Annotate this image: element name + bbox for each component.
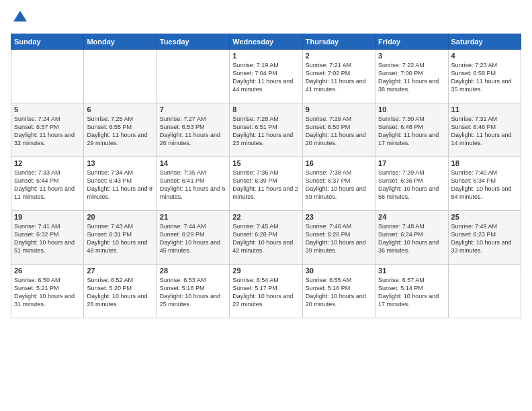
calendar-cell: 24Sunrise: 7:48 AM Sunset: 6:24 PM Dayli… (375, 211, 448, 265)
day-number: 28 (160, 267, 226, 275)
day-info: Sunrise: 7:43 AM Sunset: 6:31 PM Dayligh… (87, 222, 153, 255)
day-number: 16 (306, 159, 372, 167)
day-number: 27 (87, 267, 153, 275)
weekday-header: Saturday (448, 34, 521, 50)
day-info: Sunrise: 6:54 AM Sunset: 5:17 PM Dayligh… (232, 276, 299, 309)
header (11, 8, 521, 27)
day-info: Sunrise: 7:38 AM Sunset: 6:37 PM Dayligh… (306, 169, 372, 201)
calendar-cell: 14Sunrise: 7:35 AM Sunset: 6:41 PM Dayli… (157, 157, 229, 211)
day-number: 11 (451, 105, 518, 113)
day-number: 29 (232, 267, 299, 275)
day-number: 30 (306, 267, 372, 275)
calendar-cell: 27Sunrise: 6:52 AM Sunset: 5:20 PM Dayli… (84, 265, 157, 318)
calendar-cell: 21Sunrise: 7:44 AM Sunset: 6:29 PM Dayli… (157, 211, 229, 265)
calendar-cell: 1Sunrise: 7:19 AM Sunset: 7:04 PM Daylig… (230, 50, 302, 103)
day-number: 8 (232, 105, 299, 113)
day-info: Sunrise: 7:24 AM Sunset: 6:57 PM Dayligh… (14, 115, 81, 148)
day-number: 23 (306, 213, 372, 221)
day-info: Sunrise: 6:57 AM Sunset: 5:14 PM Dayligh… (378, 276, 445, 309)
weekday-header: Thursday (302, 34, 375, 50)
calendar-week-row: 19Sunrise: 7:41 AM Sunset: 6:32 PM Dayli… (11, 211, 521, 265)
day-number: 4 (451, 52, 518, 60)
day-info: Sunrise: 7:46 AM Sunset: 6:26 PM Dayligh… (306, 222, 372, 255)
day-number: 24 (378, 213, 445, 221)
day-info: Sunrise: 6:53 AM Sunset: 5:18 PM Dayligh… (160, 276, 226, 309)
calendar-week-row: 12Sunrise: 7:33 AM Sunset: 6:44 PM Dayli… (11, 157, 521, 211)
calendar-cell: 8Sunrise: 7:28 AM Sunset: 6:51 PM Daylig… (230, 103, 302, 157)
day-number: 2 (306, 52, 372, 60)
calendar-cell: 22Sunrise: 7:45 AM Sunset: 6:28 PM Dayli… (230, 211, 302, 265)
day-info: Sunrise: 7:49 AM Sunset: 6:23 PM Dayligh… (451, 222, 518, 255)
day-number: 25 (451, 213, 518, 221)
calendar-cell: 7Sunrise: 7:27 AM Sunset: 6:53 PM Daylig… (157, 103, 229, 157)
calendar-cell (157, 50, 229, 103)
day-number: 20 (87, 213, 153, 221)
logo-icon (11, 8, 30, 27)
day-number: 7 (160, 105, 226, 113)
weekday-header: Tuesday (157, 34, 229, 50)
calendar-cell: 25Sunrise: 7:49 AM Sunset: 6:23 PM Dayli… (448, 211, 521, 265)
day-info: Sunrise: 7:44 AM Sunset: 6:29 PM Dayligh… (160, 222, 226, 255)
day-info: Sunrise: 6:55 AM Sunset: 5:16 PM Dayligh… (306, 276, 372, 309)
day-info: Sunrise: 7:22 AM Sunset: 7:00 PM Dayligh… (378, 61, 445, 94)
day-number: 13 (87, 159, 153, 167)
day-number: 12 (14, 159, 81, 167)
day-number: 10 (378, 105, 445, 113)
day-info: Sunrise: 7:25 AM Sunset: 6:55 PM Dayligh… (87, 115, 153, 148)
calendar-cell: 4Sunrise: 7:23 AM Sunset: 6:58 PM Daylig… (448, 50, 521, 103)
day-info: Sunrise: 6:50 AM Sunset: 5:21 PM Dayligh… (14, 276, 81, 309)
day-info: Sunrise: 7:36 AM Sunset: 6:39 PM Dayligh… (232, 169, 299, 201)
calendar-cell: 26Sunrise: 6:50 AM Sunset: 5:21 PM Dayli… (11, 265, 84, 318)
calendar-cell: 10Sunrise: 7:30 AM Sunset: 6:48 PM Dayli… (375, 103, 448, 157)
day-number: 9 (306, 105, 372, 113)
calendar-cell: 5Sunrise: 7:24 AM Sunset: 6:57 PM Daylig… (11, 103, 84, 157)
day-info: Sunrise: 7:39 AM Sunset: 6:36 PM Dayligh… (378, 169, 445, 201)
day-info: Sunrise: 7:28 AM Sunset: 6:51 PM Dayligh… (232, 115, 299, 148)
calendar-cell (11, 50, 84, 103)
day-info: Sunrise: 7:35 AM Sunset: 6:41 PM Dayligh… (160, 169, 226, 201)
weekday-header-row: SundayMondayTuesdayWednesdayThursdayFrid… (11, 34, 521, 50)
day-info: Sunrise: 7:41 AM Sunset: 6:32 PM Dayligh… (14, 222, 81, 255)
page: SundayMondayTuesdayWednesdayThursdayFrid… (0, 0, 532, 411)
calendar-week-row: 26Sunrise: 6:50 AM Sunset: 5:21 PM Dayli… (11, 265, 521, 318)
calendar-cell: 12Sunrise: 7:33 AM Sunset: 6:44 PM Dayli… (11, 157, 84, 211)
calendar-cell: 30Sunrise: 6:55 AM Sunset: 5:16 PM Dayli… (302, 265, 375, 318)
calendar-cell: 15Sunrise: 7:36 AM Sunset: 6:39 PM Dayli… (230, 157, 302, 211)
day-info: Sunrise: 7:21 AM Sunset: 7:02 PM Dayligh… (306, 61, 372, 94)
day-info: Sunrise: 7:48 AM Sunset: 6:24 PM Dayligh… (378, 222, 445, 255)
day-number: 3 (378, 52, 445, 60)
calendar-cell: 9Sunrise: 7:29 AM Sunset: 6:50 PM Daylig… (302, 103, 375, 157)
day-number: 26 (14, 267, 81, 275)
calendar-cell (448, 265, 521, 318)
day-number: 15 (232, 159, 299, 167)
day-number: 14 (160, 159, 226, 167)
day-info: Sunrise: 7:23 AM Sunset: 6:58 PM Dayligh… (451, 61, 518, 94)
calendar-cell: 31Sunrise: 6:57 AM Sunset: 5:14 PM Dayli… (375, 265, 448, 318)
calendar-cell: 19Sunrise: 7:41 AM Sunset: 6:32 PM Dayli… (11, 211, 84, 265)
day-info: Sunrise: 7:29 AM Sunset: 6:50 PM Dayligh… (306, 115, 372, 148)
logo (11, 8, 32, 27)
calendar-cell: 16Sunrise: 7:38 AM Sunset: 6:37 PM Dayli… (302, 157, 375, 211)
day-info: Sunrise: 7:40 AM Sunset: 6:34 PM Dayligh… (451, 169, 518, 201)
day-number: 31 (378, 267, 445, 275)
weekday-header: Monday (84, 34, 157, 50)
calendar-cell: 23Sunrise: 7:46 AM Sunset: 6:26 PM Dayli… (302, 211, 375, 265)
calendar-cell: 28Sunrise: 6:53 AM Sunset: 5:18 PM Dayli… (157, 265, 229, 318)
calendar: SundayMondayTuesdayWednesdayThursdayFrid… (11, 34, 521, 318)
day-number: 5 (14, 105, 81, 113)
calendar-cell: 11Sunrise: 7:31 AM Sunset: 6:46 PM Dayli… (448, 103, 521, 157)
calendar-week-row: 1Sunrise: 7:19 AM Sunset: 7:04 PM Daylig… (11, 50, 521, 103)
day-number: 1 (232, 52, 299, 60)
calendar-cell (84, 50, 157, 103)
weekday-header: Friday (375, 34, 448, 50)
weekday-header: Wednesday (230, 34, 302, 50)
weekday-header: Sunday (11, 34, 84, 50)
calendar-cell: 2Sunrise: 7:21 AM Sunset: 7:02 PM Daylig… (302, 50, 375, 103)
day-info: Sunrise: 7:27 AM Sunset: 6:53 PM Dayligh… (160, 115, 226, 148)
day-number: 6 (87, 105, 153, 113)
day-info: Sunrise: 6:52 AM Sunset: 5:20 PM Dayligh… (87, 276, 153, 309)
day-number: 17 (378, 159, 445, 167)
calendar-cell: 20Sunrise: 7:43 AM Sunset: 6:31 PM Dayli… (84, 211, 157, 265)
day-number: 18 (451, 159, 518, 167)
day-info: Sunrise: 7:33 AM Sunset: 6:44 PM Dayligh… (14, 169, 81, 201)
